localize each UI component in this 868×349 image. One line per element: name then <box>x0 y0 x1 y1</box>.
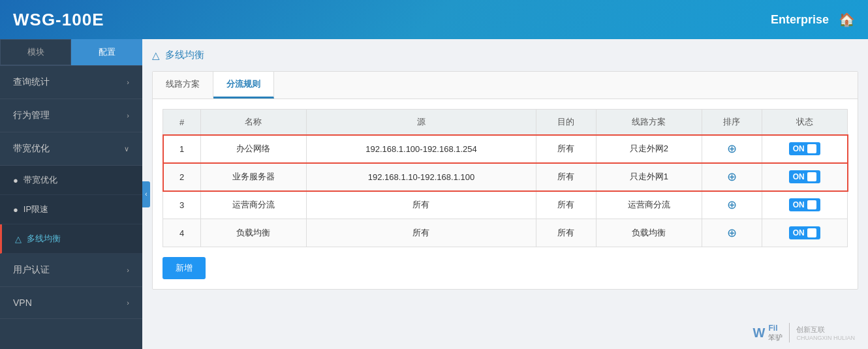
sidebar-item-query-stats[interactable]: 查询统计 › <box>0 66 142 99</box>
cell-status[interactable]: ON <box>762 163 847 191</box>
sidebar-subitem-bandwidth-opt[interactable]: ● 带宽优化 <box>0 166 142 195</box>
cell-status[interactable]: ON <box>762 219 847 247</box>
logo: WSG-100E <box>13 10 104 30</box>
cell-dest: 所有 <box>536 191 597 219</box>
table-row: 4负载均衡所有所有负载均衡⊕ON <box>163 219 848 247</box>
col-source: 源 <box>306 110 536 135</box>
main-content: △ 多线均衡 线路方案 分流规则 # 名称 源 目的 <box>142 39 868 349</box>
cell-dest: 所有 <box>536 163 597 191</box>
cell-source: 192.168.1.100-192.168.1.254 <box>306 135 536 163</box>
rules-table: # 名称 源 目的 线路方案 排序 状态 1办公网络192.168.1.100-… <box>163 109 848 247</box>
sidebar-item-label: 行为管理 <box>13 110 50 121</box>
cell-id: 2 <box>163 163 201 191</box>
page-title: 多线均衡 <box>165 49 204 61</box>
cell-sort[interactable]: ⊕ <box>702 135 762 163</box>
watermark-line2: 笨驴 <box>768 333 783 342</box>
sort-icon[interactable]: ⊕ <box>727 142 737 155</box>
circle-icon: ● <box>13 205 18 215</box>
tab-config[interactable]: 配置 <box>71 39 142 65</box>
watermark: W Fil 笨驴 创新互联 CHUANGXIN HULIAN <box>753 323 855 342</box>
col-status: 状态 <box>762 110 847 135</box>
home-icon[interactable]: 🏠 <box>839 12 855 27</box>
toggle-on-button[interactable]: ON <box>789 142 820 155</box>
cell-sort[interactable]: ⊕ <box>702 163 762 191</box>
cell-plan: 只走外网1 <box>596 163 702 191</box>
arrow-icon: › <box>127 78 129 86</box>
cell-name: 负载均衡 <box>201 219 307 247</box>
product-name: Enterprise <box>771 13 829 27</box>
toggle-on-button[interactable]: ON <box>789 226 820 239</box>
cell-name: 办公网络 <box>201 135 307 163</box>
table-container: # 名称 源 目的 线路方案 排序 状态 1办公网络192.168.1.100-… <box>153 99 858 257</box>
triangle-icon: △ <box>15 234 22 244</box>
cell-source: 所有 <box>306 219 536 247</box>
sidebar-subitem-multiline[interactable]: △ 多线均衡 <box>0 224 142 254</box>
sort-icon[interactable]: ⊕ <box>727 198 737 211</box>
cell-plan: 运营商分流 <box>596 191 702 219</box>
circle-icon: ● <box>13 175 18 185</box>
arrow-icon: › <box>127 299 129 307</box>
cell-source: 所有 <box>306 191 536 219</box>
cell-status[interactable]: ON <box>762 135 847 163</box>
cell-id: 1 <box>163 135 201 163</box>
sidebar-item-user-auth[interactable]: 用户认证 › <box>0 254 142 287</box>
subitem-label: 带宽优化 <box>23 174 57 186</box>
table-row: 3运营商分流所有所有运营商分流⊕ON <box>163 191 848 219</box>
cell-name: 运营商分流 <box>201 191 307 219</box>
sidebar-menu: 查询统计 › 行为管理 › 带宽优化 ∨ ● 带宽优化 ● IP限速 <box>0 66 142 349</box>
sidebar-collapse-button[interactable]: ‹ <box>142 181 150 207</box>
cell-name: 业务服务器 <box>201 163 307 191</box>
subitem-label: 多线均衡 <box>27 233 61 245</box>
cell-status[interactable]: ON <box>762 191 847 219</box>
cell-dest: 所有 <box>536 135 597 163</box>
table-row: 1办公网络192.168.1.100-192.168.1.254所有只走外网2⊕… <box>163 135 848 163</box>
toggle-on-button[interactable]: ON <box>789 170 820 183</box>
col-hash: # <box>163 110 201 135</box>
cell-dest: 所有 <box>536 219 597 247</box>
tab-module[interactable]: 模块 <box>0 39 71 65</box>
sidebar-item-label: 用户认证 <box>13 264 50 276</box>
tab-bar: 线路方案 分流规则 <box>153 72 858 99</box>
cell-source: 192.168.1.10-192.168.1.100 <box>306 163 536 191</box>
arrow-icon: › <box>127 266 129 274</box>
sidebar: 模块 配置 查询统计 › 行为管理 › 带宽优化 ∨ ● 带宽优化 <box>0 39 142 349</box>
divider <box>789 323 790 342</box>
cell-plan: 只走外网2 <box>596 135 702 163</box>
toggle-on-button[interactable]: ON <box>789 198 820 211</box>
cell-plan: 负载均衡 <box>596 219 702 247</box>
cell-sort[interactable]: ⊕ <box>702 219 762 247</box>
sidebar-item-behavior-mgmt[interactable]: 行为管理 › <box>0 99 142 132</box>
tab-line-plan[interactable]: 线路方案 <box>153 72 213 99</box>
cell-id: 4 <box>163 219 201 247</box>
arrow-icon: › <box>127 112 129 119</box>
page-header: △ 多线均衡 <box>152 49 858 61</box>
sidebar-item-label: 查询统计 <box>13 76 50 88</box>
table-header-row: # 名称 源 目的 线路方案 排序 状态 <box>163 110 848 135</box>
page-header-icon: △ <box>152 50 160 61</box>
cell-id: 3 <box>163 191 201 219</box>
sidebar-item-label: VPN <box>13 297 32 308</box>
col-dest: 目的 <box>536 110 597 135</box>
sidebar-submenu-bandwidth: ● 带宽优化 ● IP限速 △ 多线均衡 <box>0 166 142 254</box>
subitem-label: IP限速 <box>23 204 48 215</box>
add-button[interactable]: 新增 <box>163 257 206 279</box>
sidebar-subitem-ip-limit[interactable]: ● IP限速 <box>0 195 142 224</box>
col-name: 名称 <box>201 110 307 135</box>
arrow-icon: ∨ <box>124 145 129 153</box>
watermark-company: 创新互联 <box>796 325 855 335</box>
col-plan: 线路方案 <box>596 110 702 135</box>
tab-split-rule[interactable]: 分流规则 <box>213 72 274 99</box>
watermark-line1: Fil <box>768 324 783 333</box>
sort-icon[interactable]: ⊕ <box>727 170 737 183</box>
sidebar-item-vpn[interactable]: VPN › <box>0 287 142 319</box>
sidebar-item-bandwidth-opt[interactable]: 带宽优化 ∨ <box>0 132 142 166</box>
layout: 模块 配置 查询统计 › 行为管理 › 带宽优化 ∨ ● 带宽优化 <box>0 39 868 349</box>
sidebar-item-label: 带宽优化 <box>13 143 50 155</box>
sidebar-tab-bar: 模块 配置 <box>0 39 142 66</box>
header-right: Enterprise 🏠 <box>771 12 855 27</box>
cell-sort[interactable]: ⊕ <box>702 191 762 219</box>
watermark-sub: CHUANGXIN HULIAN <box>796 335 855 341</box>
sort-icon[interactable]: ⊕ <box>727 226 737 239</box>
header: WSG-100E Enterprise 🏠 <box>0 0 868 39</box>
main-card: 线路方案 分流规则 # 名称 源 目的 线路方案 排序 状态 <box>152 71 858 290</box>
